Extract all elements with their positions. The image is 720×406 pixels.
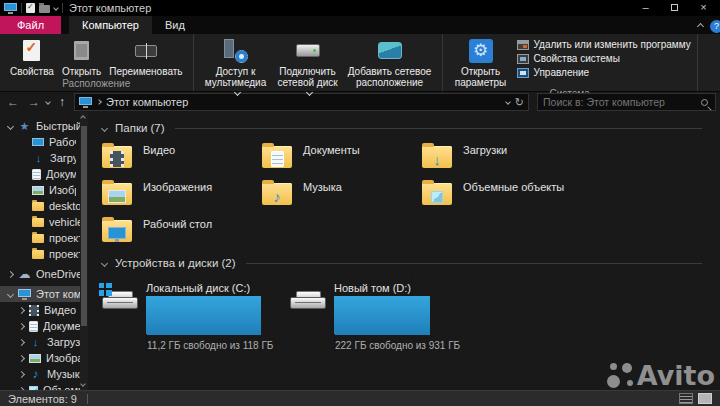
- properties-button[interactable]: Свойства: [6, 36, 58, 77]
- up-icon[interactable]: ↑: [53, 93, 71, 111]
- ribbon-group-location: Свойства Открыть Переименовать Расположе…: [0, 34, 194, 91]
- sidebar-scrollbar[interactable]: [80, 112, 88, 390]
- ribbon-group-network: Доступ к мультимедиа Подключить сетевой …: [194, 34, 443, 91]
- minimize-button[interactable]: –: [631, 0, 660, 16]
- sidebar-item-downloads-tree[interactable]: ↓ Загрузки: [0, 334, 88, 350]
- sidebar-item-pictures[interactable]: Изображения ✶: [0, 182, 88, 198]
- chevron-down-icon[interactable]: [101, 124, 108, 131]
- sidebar-item-videos[interactable]: Видео: [0, 302, 88, 318]
- history-dropdown-icon[interactable]: [45, 99, 51, 105]
- chevron-right-icon[interactable]: [18, 322, 25, 329]
- tab-view[interactable]: Вид: [152, 16, 198, 34]
- file-list: Папки (7) Видео Документы ↓ Загрузки Изо…: [88, 112, 720, 390]
- picture-icon: [29, 354, 41, 363]
- sidebar-item-onedrive[interactable]: ☁ OneDrive: [0, 266, 88, 282]
- new-folder-shortcut-icon[interactable]: [39, 5, 50, 13]
- folder-tile-pictures[interactable]: Изображения: [102, 179, 262, 213]
- capacity-bar-fill: [334, 296, 430, 335]
- large-icons-view-icon[interactable]: [698, 393, 712, 404]
- quick-access-toolbar: [2, 3, 63, 13]
- refresh-icon[interactable]: ↻: [515, 96, 524, 109]
- folders-group-header[interactable]: Папки (7): [102, 122, 720, 134]
- watermark-text: Avito: [637, 362, 715, 389]
- item-count: Элементов: 9: [8, 393, 77, 405]
- search-input[interactable]: [543, 96, 701, 108]
- map-network-drive-button[interactable]: Подключить сетевой диск: [272, 36, 344, 99]
- folder-tile-music[interactable]: ♪ Музыка: [262, 179, 422, 213]
- sidebar-item-folder[interactable]: проект1: [0, 246, 88, 262]
- drives-grid: Локальный диск (C:) 11,2 ГБ свободно из …: [102, 277, 720, 317]
- sidebar-item-quick-access[interactable]: ★ Быстрый доступ: [0, 118, 88, 134]
- sidebar-item-documents-tree[interactable]: Документы: [0, 318, 88, 334]
- folder-name: Документы: [303, 142, 360, 176]
- add-network-location-button[interactable]: Добавить сетевое расположение: [344, 36, 436, 88]
- sidebar-item-desktop[interactable]: Рабочий стол ✶: [0, 134, 88, 150]
- folder-tile-3d-objects[interactable]: Объемные объекты: [422, 179, 582, 213]
- folder-tile-desktop[interactable]: Рабочий стол: [102, 216, 262, 250]
- chevron-right-icon[interactable]: [18, 370, 25, 377]
- back-icon[interactable]: ←: [4, 93, 22, 111]
- breadcrumb[interactable]: Этот компьютер: [106, 96, 501, 108]
- drive-tile-d[interactable]: Новый том (D:) 222 ГБ свободно из 931 ГБ: [290, 277, 478, 317]
- chevron-down-icon[interactable]: [7, 290, 14, 297]
- sidebar-item-pictures-tree[interactable]: Изображения: [0, 350, 88, 366]
- address-dropdown-icon[interactable]: [505, 99, 511, 105]
- sidebar-item-this-pc[interactable]: Этот компьютер: [0, 286, 88, 302]
- search-icon[interactable]: [701, 99, 708, 106]
- chevron-down-icon[interactable]: [101, 259, 108, 266]
- button-label: Удалить или изменить программу: [534, 39, 691, 51]
- forward-icon[interactable]: →: [25, 93, 43, 111]
- search-box[interactable]: [537, 93, 716, 111]
- management-icon: [517, 68, 529, 78]
- this-pc-icon: [18, 289, 31, 299]
- sidebar-item-folder[interactable]: проект 3: [0, 230, 88, 246]
- sidebar-item-folder[interactable]: desktop: [0, 198, 88, 214]
- rename-button[interactable]: Переименовать: [105, 36, 186, 77]
- network-location-icon: [378, 42, 402, 59]
- drive-icon: [102, 282, 140, 310]
- drive-tile-c[interactable]: Локальный диск (C:) 11,2 ГБ свободно из …: [102, 277, 290, 317]
- scroll-up-icon[interactable]: [80, 115, 86, 121]
- properties-shortcut-icon[interactable]: [26, 3, 35, 13]
- uninstall-program-button[interactable]: Удалить или изменить программу: [517, 39, 691, 51]
- folder-tile-downloads[interactable]: ↓ Загрузки: [422, 142, 582, 176]
- sidebar-item-3d-objects[interactable]: Объемные объекты: [0, 382, 88, 390]
- chevron-right-icon[interactable]: [7, 270, 14, 277]
- tab-computer[interactable]: Компьютер: [69, 16, 152, 34]
- sidebar-item-documents[interactable]: Документы ✶: [0, 166, 88, 182]
- ribbon: Свойства Открыть Переименовать Расположе…: [0, 34, 720, 92]
- divider: [21, 3, 22, 13]
- computer-management-button[interactable]: Управление: [517, 67, 691, 79]
- media-access-button[interactable]: Доступ к мультимедиа: [200, 36, 272, 99]
- address-bar[interactable]: Этот компьютер ↻: [74, 93, 529, 111]
- help-icon[interactable]: ?: [710, 20, 720, 33]
- desktop-icon: [108, 227, 126, 239]
- sidebar-item-downloads[interactable]: ↓ Загрузки ✶: [0, 150, 88, 166]
- folder-tile-documents[interactable]: Документы: [262, 142, 422, 176]
- close-button[interactable]: ×: [689, 0, 718, 16]
- scroll-down-icon[interactable]: [80, 381, 86, 387]
- maximize-button[interactable]: [660, 0, 689, 16]
- divider: [87, 394, 88, 404]
- tab-file[interactable]: Файл: [0, 16, 61, 34]
- sidebar-item-folder[interactable]: vehicles: [0, 214, 88, 230]
- chevron-right-icon[interactable]: [18, 354, 25, 361]
- scrollbar-thumb[interactable]: [81, 126, 87, 326]
- star-icon: ★: [18, 120, 31, 132]
- chevron-down-icon[interactable]: [7, 122, 14, 129]
- qat-dropdown-icon[interactable]: [53, 5, 59, 11]
- collapse-ribbon-icon[interactable]: [697, 23, 704, 30]
- open-settings-button[interactable]: ⚙ Открыть параметры: [449, 36, 513, 88]
- chevron-right-icon[interactable]: [18, 338, 25, 345]
- folder-name: Изображения: [143, 179, 212, 213]
- system-properties-button[interactable]: Свойства системы: [517, 53, 691, 65]
- devices-group-header[interactable]: Устройства и диски (2): [102, 257, 720, 269]
- sidebar-item-music[interactable]: ♪ Музыка: [0, 366, 88, 382]
- chevron-right-icon[interactable]: [18, 306, 25, 313]
- open-button[interactable]: Открыть: [58, 36, 105, 77]
- button-label: Свойства системы: [534, 53, 620, 65]
- folder-tile-videos[interactable]: Видео: [102, 142, 262, 176]
- button-label: Управление: [534, 67, 590, 79]
- music-icon: ♪: [29, 368, 42, 380]
- details-view-icon[interactable]: [679, 393, 693, 404]
